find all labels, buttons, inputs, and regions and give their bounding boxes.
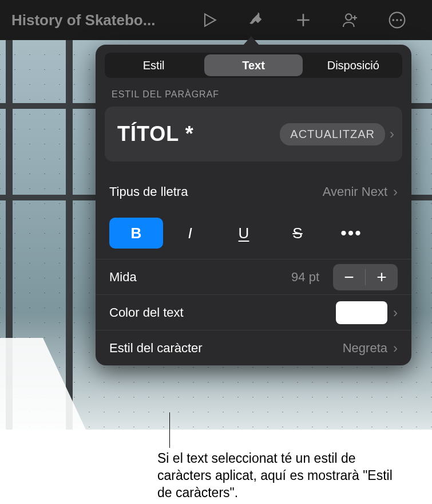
collaborate-button[interactable]	[330, 0, 371, 40]
character-style-value: Negreta	[343, 341, 387, 356]
format-brush-button[interactable]	[236, 0, 277, 40]
format-popover: Estil Text Disposició ESTIL DEL PARÀGRAF…	[96, 45, 411, 365]
document-title[interactable]: History of Skatebo...	[11, 11, 183, 29]
text-color-label: Color del text	[109, 305, 336, 320]
text-style-buttons: B I U S •••	[96, 210, 411, 259]
chevron-right-icon: ›	[393, 305, 398, 321]
chevron-right-icon: ›	[393, 184, 398, 200]
strikethrough-button[interactable]: S	[271, 218, 324, 249]
text-options: Tipus de lletra Avenir Next › B I U S ••…	[96, 174, 411, 365]
more-button[interactable]	[376, 0, 418, 40]
chevron-right-icon: ›	[393, 340, 398, 356]
popover-arrow	[243, 36, 259, 45]
app-toolbar: History of Skatebo...	[0, 0, 432, 40]
more-text-options-button[interactable]: •••	[324, 218, 378, 249]
size-row: Mida 94 pt − +	[96, 259, 411, 294]
play-button[interactable]	[189, 0, 230, 40]
font-row[interactable]: Tipus de lletra Avenir Next ›	[96, 174, 411, 210]
tab-style[interactable]: Estil	[105, 53, 203, 78]
play-icon	[200, 11, 219, 29]
brush-icon	[247, 11, 265, 29]
size-increase-button[interactable]: +	[366, 264, 398, 290]
add-button[interactable]	[283, 0, 324, 40]
format-tabs: Estil Text Disposició	[105, 53, 402, 78]
size-value[interactable]: 94 pt	[291, 270, 319, 285]
plus-icon	[294, 11, 312, 29]
svg-point-3	[396, 19, 398, 21]
paragraph-style-picker[interactable]: TÍTOL * ACTUALITZAR ›	[105, 107, 402, 162]
size-stepper: − +	[333, 264, 398, 290]
underline-button[interactable]: U	[217, 218, 271, 249]
text-color-row[interactable]: Color del text ›	[96, 294, 411, 330]
svg-point-2	[392, 19, 394, 21]
character-style-label: Estil del caràcter	[109, 341, 343, 356]
svg-point-4	[400, 19, 402, 21]
chevron-right-icon: ›	[390, 126, 394, 142]
callout-leader-line	[169, 412, 170, 448]
tab-text[interactable]: Text	[204, 54, 302, 76]
italic-button[interactable]: I	[163, 218, 217, 249]
update-style-button[interactable]: ACTUALITZAR	[280, 123, 385, 145]
svg-point-0	[346, 14, 352, 20]
tab-layout[interactable]: Disposició	[304, 53, 402, 78]
font-value: Avenir Next	[323, 184, 387, 199]
paragraph-style-heading: ESTIL DEL PARÀGRAF	[96, 89, 411, 107]
font-label: Tipus de lletra	[109, 184, 323, 199]
size-decrease-button[interactable]: −	[333, 264, 365, 290]
fence-post	[66, 40, 73, 430]
person-add-icon	[341, 11, 359, 29]
bold-button[interactable]: B	[109, 218, 163, 249]
text-color-swatch[interactable]	[336, 301, 387, 324]
paragraph-style-name: TÍTOL *	[117, 122, 280, 146]
ellipsis-circle-icon	[388, 11, 406, 29]
character-style-row[interactable]: Estil del caràcter Negreta ›	[96, 330, 411, 365]
callout-text: Si el text seleccionat té un estil de ca…	[157, 450, 409, 502]
size-label: Mida	[109, 270, 291, 285]
